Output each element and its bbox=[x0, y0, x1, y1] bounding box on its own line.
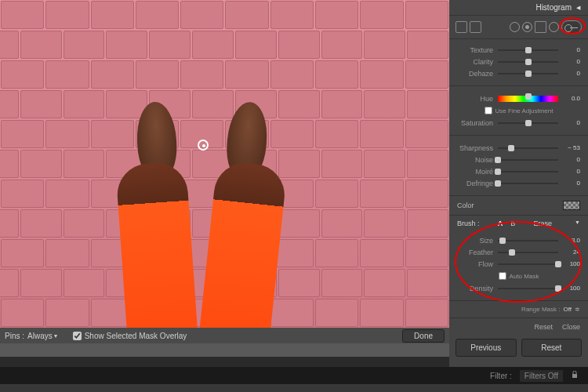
color-picker-row[interactable]: Color bbox=[449, 198, 588, 213]
overlay-checkbox-input[interactable] bbox=[73, 332, 82, 340]
saturation-slider[interactable]: Saturation0 bbox=[457, 117, 580, 129]
spot-tool-icon[interactable] bbox=[470, 21, 481, 33]
show-mask-overlay-checkbox[interactable]: Show Selected Mask Overlay bbox=[73, 332, 187, 340]
brush-tab-b[interactable]: B bbox=[510, 220, 515, 227]
fine-adjustment-checkbox[interactable]: Use Fine Adjustment bbox=[457, 104, 580, 117]
chevron-down-icon: ▾ bbox=[54, 332, 57, 339]
histogram-title: Histogram bbox=[535, 3, 572, 12]
graduated-filter-icon[interactable] bbox=[535, 21, 546, 33]
radial-filter-icon[interactable] bbox=[522, 22, 532, 32]
brush-flow-slider[interactable]: Flow100 bbox=[457, 258, 580, 270]
panel-bottom-buttons: Previous Reset bbox=[449, 334, 588, 361]
radial-tool-icon[interactable] bbox=[549, 22, 559, 32]
brush-reset-link[interactable]: Reset bbox=[534, 323, 553, 331]
crop-tool-icon[interactable] bbox=[456, 21, 467, 33]
pins-label: Pins : bbox=[5, 332, 24, 340]
lock-icon[interactable] bbox=[571, 371, 579, 380]
brush-tab-a[interactable]: A bbox=[498, 220, 503, 227]
auto-mask-checkbox[interactable]: Auto Mask bbox=[457, 270, 580, 282]
previous-button[interactable]: Previous bbox=[456, 339, 517, 357]
filter-label: Filter : bbox=[490, 372, 512, 380]
local-adjustment-toolstrip bbox=[449, 16, 588, 39]
brush-close-link[interactable]: Close bbox=[562, 323, 580, 331]
develop-preview-area: Pins : Always ▾ Show Selected Mask Overl… bbox=[0, 0, 449, 357]
sharpness-slider[interactable]: Sharpness− 53 bbox=[457, 142, 580, 154]
reset-close-row: Reset Close bbox=[449, 320, 588, 334]
brush-feather-slider[interactable]: Feather24 bbox=[457, 246, 580, 258]
triangle-collapse-icon: ◀ bbox=[576, 5, 580, 11]
brush-label: Brush : bbox=[457, 220, 480, 227]
dehaze-slider[interactable]: Dehaze0 bbox=[457, 67, 580, 79]
library-filter-bar: Filter : Filters Off bbox=[0, 367, 588, 384]
moire-slider[interactable]: Moiré0 bbox=[457, 165, 580, 177]
hue-slider[interactable]: Hue0.0 bbox=[457, 93, 580, 104]
range-mask-dropdown[interactable]: Range Mask : Off ≑ bbox=[449, 303, 588, 316]
color-label: Color bbox=[457, 201, 474, 209]
defringe-slider[interactable]: Defringe0 bbox=[457, 177, 580, 189]
svg-rect-0 bbox=[572, 374, 577, 378]
photo-leg bbox=[115, 161, 198, 343]
filmstrip[interactable] bbox=[0, 384, 588, 392]
noise-slider[interactable]: Noise0 bbox=[457, 154, 580, 165]
triangle-down-icon[interactable]: ▼ bbox=[575, 220, 580, 227]
done-button[interactable]: Done bbox=[402, 329, 445, 343]
brush-erase[interactable]: Erase bbox=[533, 220, 552, 227]
pins-dropdown[interactable]: Always bbox=[27, 332, 53, 340]
histogram-panel-header[interactable]: Histogram ◀ bbox=[449, 0, 588, 16]
adjustment-pin[interactable] bbox=[198, 140, 209, 151]
overlay-label: Show Selected Mask Overlay bbox=[85, 332, 187, 340]
color-swatch[interactable] bbox=[563, 201, 580, 210]
clarity-slider[interactable]: Clarity0 bbox=[457, 56, 580, 67]
redeye-tool-icon[interactable] bbox=[510, 22, 520, 32]
develop-right-panel: Histogram ◀ Texture0 Clarity0 Dehaze0 Hu… bbox=[449, 0, 588, 392]
brush-header: Brush : A B Erase ▼ bbox=[449, 217, 588, 230]
texture-slider[interactable]: Texture0 bbox=[457, 44, 580, 56]
chevron-down-icon: ≑ bbox=[575, 306, 580, 313]
reset-button[interactable]: Reset bbox=[521, 339, 583, 357]
filter-dropdown[interactable]: Filters Off bbox=[520, 370, 563, 382]
adjustment-brush-tool[interactable] bbox=[561, 20, 582, 34]
preview-toolbar: Pins : Always ▾ Show Selected Mask Overl… bbox=[0, 328, 449, 343]
brush-density-slider[interactable]: Density100 bbox=[457, 282, 580, 294]
brush-size-slider[interactable]: Size3.0 bbox=[457, 234, 580, 246]
image-preview[interactable] bbox=[0, 0, 449, 343]
